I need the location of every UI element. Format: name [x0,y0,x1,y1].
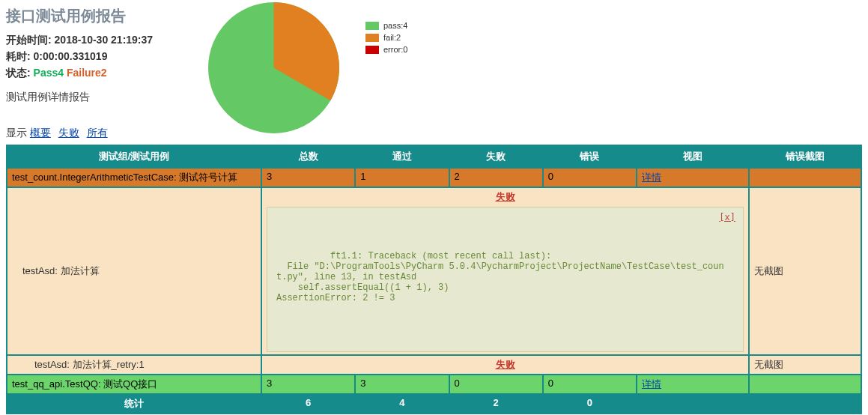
case-name: testAsd: 加法计算 [7,187,261,355]
group-err: 0 [543,168,637,187]
group-err: 0 [543,375,637,394]
chart-legend: pass:4 fail:2 error:0 [365,21,407,57]
group-view: 详情 [637,375,749,394]
col-total: 总数 [261,145,355,168]
status-label: 状态: [6,67,31,79]
col-testcase: 测试组/测试用例 [7,145,261,168]
group-total: 3 [261,375,355,394]
filter-overview-link[interactable]: 概要 [30,127,51,139]
case-fail-link[interactable]: 失败 [496,191,515,202]
start-time-value: 2018-10-30 21:19:37 [55,34,154,46]
group-pass: 1 [355,168,449,187]
group-pass: 3 [355,375,449,394]
traceback-text: ft1.1: Traceback (most recent call last)… [276,251,724,303]
group-view: 详情 [637,168,749,187]
group-name: test_qq_api.TestQQ: 测试QQ接口 [7,375,261,394]
status-pass: Pass4 [34,67,67,79]
duration-label: 耗时: [6,50,31,62]
filter-bar: 显示 概要 失败 所有 [6,127,862,140]
filter-prefix: 显示 [6,127,27,139]
stats-fail: 2 [449,394,543,414]
group-detail-link[interactable]: 详情 [642,378,661,390]
start-time-line: 开始时间: 2018-10-30 21:19:37 [6,34,862,47]
group-row-fail: test_count.IntegerArithmeticTestCase: 测试… [7,168,861,187]
close-trace-button[interactable]: [x] [719,212,735,222]
traceback-box: [x] ft1.1: Traceback (most recent call l… [267,207,744,352]
legend-pass: pass:4 [365,21,407,30]
case-fail-header: 失败 [267,190,744,204]
group-total: 3 [261,168,355,187]
group-row-pass: test_qq_api.TestQQ: 测试QQ接口 3 3 0 0 详情 [7,375,861,394]
group-screenshot [749,375,861,394]
fail-swatch-icon [365,34,379,42]
error-swatch-icon [365,46,379,54]
col-pass: 通过 [355,145,449,168]
case-detail-cell: 失败 [261,355,749,375]
case-row: testAsd: 加法计算_retry:1 失败 无截图 [7,355,861,375]
col-screenshot: 错误截图 [749,145,861,168]
page-title: 接口测试用例报告 [6,6,862,26]
col-fail: 失败 [449,145,543,168]
group-fail: 0 [449,375,543,394]
detail-heading: 测试用例详情报告 [6,91,862,104]
results-table: 测试组/测试用例 总数 通过 失败 错误 视图 错误截图 test_count.… [6,145,862,414]
case-screenshot: 无截图 [749,355,861,375]
stats-label: 统计 [7,394,261,414]
group-name: test_count.IntegerArithmeticTestCase: 测试… [7,168,261,187]
stats-view [637,394,749,414]
stats-total: 6 [261,394,355,414]
case-row: testAsd: 加法计算 失败 [x] ft1.1: Traceback (m… [7,187,861,355]
legend-error: error:0 [365,45,407,54]
group-detail-link[interactable]: 详情 [642,172,661,183]
group-screenshot [749,168,861,187]
stats-screenshot [749,394,861,414]
case-detail-cell: 失败 [x] ft1.1: Traceback (most recent cal… [261,187,749,355]
status-fail: Failure2 [67,67,107,79]
duration-line: 耗时: 0:00:00.331019 [6,50,862,64]
group-fail: 2 [449,168,543,187]
stats-pass: 4 [355,394,449,414]
legend-fail: fail:2 [365,33,407,42]
status-line: 状态: Pass4 Failure2 [6,67,862,80]
col-error: 错误 [543,145,637,168]
stats-row: 统计 6 4 2 0 [7,394,861,414]
case-name: testAsd: 加法计算_retry:1 [7,355,261,375]
case-screenshot: 无截图 [749,187,861,355]
filter-all-link[interactable]: 所有 [87,127,108,139]
col-view: 视图 [637,145,749,168]
pass-swatch-icon [365,22,379,30]
result-pie-chart [208,2,339,136]
duration-value: 0:00:00.331019 [34,50,108,62]
filter-fail-link[interactable]: 失败 [58,127,79,139]
start-time-label: 开始时间: [6,34,52,46]
table-header-row: 测试组/测试用例 总数 通过 失败 错误 视图 错误截图 [7,145,861,168]
case-fail-link[interactable]: 失败 [496,359,515,370]
stats-err: 0 [543,394,637,414]
